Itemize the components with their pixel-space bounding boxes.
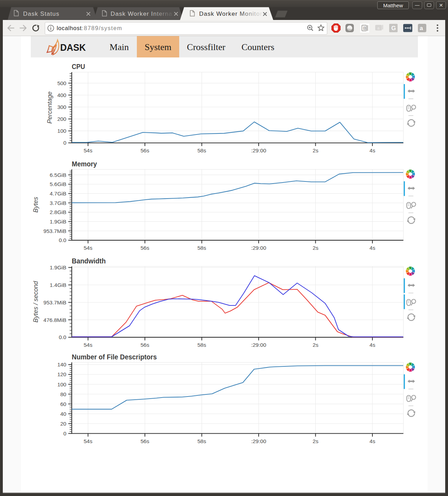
svg-text:54s: 54s [84,147,92,153]
svg-text:54s: 54s [84,245,92,251]
svg-text:58s: 58s [197,438,206,444]
svg-text::29:00: :29:00 [251,245,266,251]
svg-text:Bytes: Bytes [32,197,39,213]
svg-text:Number of File Descriptors: Number of File Descriptors [72,353,157,361]
svg-text::29:00: :29:00 [251,147,266,153]
svg-text:100: 100 [57,381,66,387]
svg-text:58s: 58s [197,147,206,153]
svg-text:G: G [391,25,396,32]
svg-text:1.9GiB: 1.9GiB [50,264,66,270]
svg-text:953.7MiB: 953.7MiB [43,299,66,305]
svg-text:20: 20 [60,421,66,427]
svg-text:2s: 2s [313,342,318,348]
svg-text:a: a [377,26,380,30]
svg-text:a: a [420,25,423,32]
svg-text:0.0: 0.0 [59,334,66,340]
svg-text:56s: 56s [141,438,149,444]
svg-text:0: 0 [63,430,66,436]
svg-text:1.4GiB: 1.4GiB [50,282,66,288]
svg-text:4s: 4s [370,147,376,153]
svg-text:1.9GiB: 1.9GiB [50,219,66,225]
svg-text:400: 400 [57,92,66,98]
svg-text:4s: 4s [370,438,376,444]
svg-text:0.0: 0.0 [59,237,66,243]
svg-text:Bandwidth: Bandwidth [72,257,106,265]
svg-text:56s: 56s [141,245,149,251]
svg-text:Bytes / second: Bytes / second [32,281,39,323]
svg-text:5.6GiB: 5.6GiB [50,181,66,187]
svg-text:200: 200 [57,116,66,122]
svg-text:2.8GiB: 2.8GiB [50,209,66,215]
svg-text:3.7GiB: 3.7GiB [50,200,66,206]
svg-text::29:00: :29:00 [251,438,266,444]
svg-text:58s: 58s [197,342,206,348]
svg-text:953.7MiB: 953.7MiB [43,228,66,234]
svg-text:54s: 54s [84,438,92,444]
svg-text:6.5GiB: 6.5GiB [50,172,66,178]
svg-text:80: 80 [60,391,66,397]
svg-text:4.7GiB: 4.7GiB [50,191,66,197]
svg-text:60: 60 [60,401,66,407]
svg-text:140: 140 [57,361,66,367]
svg-text:120: 120 [57,371,66,377]
svg-text:4s: 4s [370,245,376,251]
svg-text:476.8MiB: 476.8MiB [43,317,66,323]
svg-text:58s: 58s [197,245,206,251]
svg-text:56s: 56s [141,342,149,348]
svg-text:Percentage: Percentage [46,91,53,124]
svg-text::29:00: :29:00 [251,342,266,348]
svg-text:4s: 4s [370,342,376,348]
svg-text:100: 100 [57,128,66,134]
svg-text:40: 40 [60,411,66,417]
svg-text:B: B [363,26,366,31]
svg-text:2s: 2s [313,438,318,444]
svg-text:Memory: Memory [72,160,97,168]
svg-text:500: 500 [57,80,66,86]
svg-text:Dask Status: Dask Status [23,11,59,17]
svg-text:CPU: CPU [72,62,85,70]
svg-text:54s: 54s [84,342,92,348]
svg-text:300: 300 [57,104,66,110]
svg-text:56s: 56s [141,147,149,153]
svg-text:2s: 2s [313,147,318,153]
svg-text:2s: 2s [313,245,318,251]
svg-text:0: 0 [63,140,66,146]
